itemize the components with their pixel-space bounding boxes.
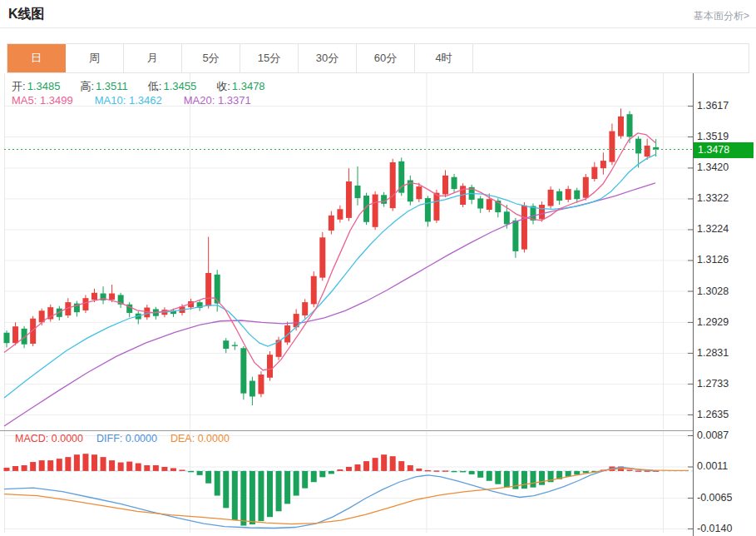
tab-4hour[interactable]: 4时 <box>415 44 473 72</box>
high-value: 高:1.3511 <box>80 79 127 94</box>
tab-day[interactable]: 日 <box>7 44 66 72</box>
ohlc-info-row: 开:1.3485 高:1.3511 低:1.3455 收:1.3478 <box>12 79 265 94</box>
ma5-line <box>4 133 655 370</box>
tab-month[interactable]: 月 <box>124 44 182 72</box>
tab-week[interactable]: 周 <box>66 44 124 72</box>
macd-axis-label: 0.0087 <box>697 429 729 441</box>
diff-legend: DIFF: 0.0000 <box>96 433 157 444</box>
page-title: K线图 <box>8 6 45 23</box>
price-axis-label: 1.2831 <box>697 347 729 359</box>
current-price-badge: 1.3478 <box>694 142 754 158</box>
price-axis-label: 1.3224 <box>697 223 729 235</box>
price-axis-label: 1.2635 <box>697 409 729 420</box>
price-axis-label: 1.3420 <box>697 161 729 173</box>
fundamental-analysis-link[interactable]: 基本面分析> <box>694 9 749 23</box>
axis-ticks <box>688 107 693 529</box>
dea-legend: DEA: 0.0000 <box>170 433 230 444</box>
price-axis-label: 1.3126 <box>697 254 729 266</box>
low-value: 低:1.3455 <box>148 79 196 94</box>
header-divider <box>0 27 756 28</box>
ma5-legend: MA5: 1.3499 <box>12 94 73 107</box>
price-axis-label: 1.3322 <box>697 192 729 204</box>
tab-15min[interactable]: 15分 <box>240 44 299 72</box>
gridlines <box>4 73 693 533</box>
ma10-legend: MA10: 1.3462 <box>95 94 162 107</box>
price-axis-label: 1.3617 <box>697 100 729 112</box>
macd-axis-label: -0.0140 <box>697 523 732 534</box>
ma20-legend: MA20: 1.3371 <box>184 94 251 107</box>
tab-30min[interactable]: 30分 <box>299 44 357 72</box>
macd-legend: MACD: 0.0000 <box>15 433 83 444</box>
price-axis-label: 1.2733 <box>697 378 729 390</box>
price-axis-label: 1.3519 <box>697 131 729 142</box>
macd-axis-label: 0.0011 <box>697 460 728 472</box>
macd-legend-row: MACD: 0.0000 DIFF: 0.0000 DEA: 0.0000 <box>15 433 230 444</box>
open-value: 开:1.3485 <box>12 79 60 94</box>
price-axis-label: 1.2929 <box>697 316 729 328</box>
tab-5min[interactable]: 5分 <box>182 44 240 72</box>
ma-legend-row: MA5: 1.3499 MA10: 1.3462 MA20: 1.3371 <box>12 94 251 107</box>
kline-widget: K线图 基本面分析> 日周月5分15分30分60分4时 开:1.3485 高:1… <box>0 0 756 536</box>
macd-histogram <box>4 454 660 525</box>
macd-axis-label: -0.0065 <box>697 492 732 504</box>
candlestick-layer <box>4 108 660 405</box>
kline-chart-canvas[interactable] <box>0 73 756 536</box>
close-value: 收:1.3478 <box>216 79 264 94</box>
price-axis-label: 1.3028 <box>697 285 729 297</box>
tab-60min[interactable]: 60分 <box>357 44 415 72</box>
period-tab-bar: 日周月5分15分30分60分4时 <box>7 43 749 73</box>
